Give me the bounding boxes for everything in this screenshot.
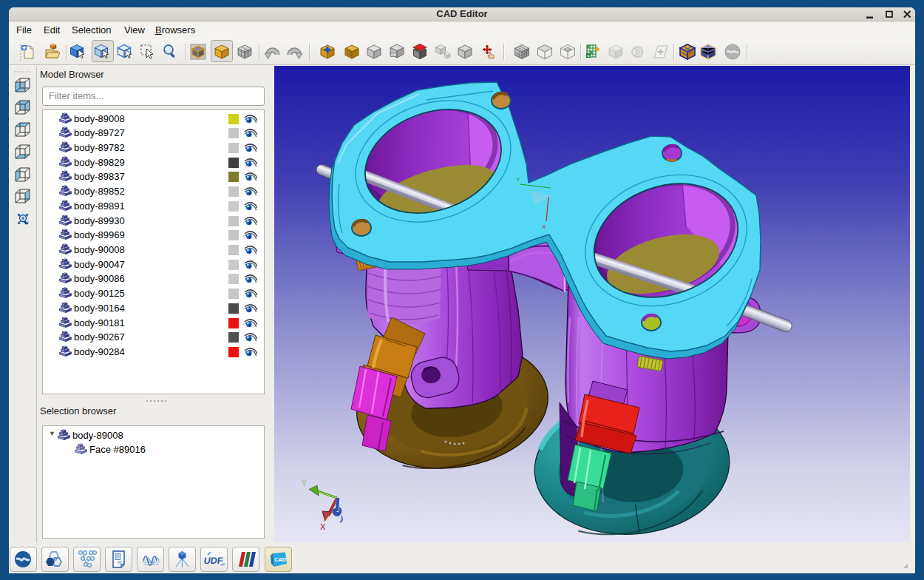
svg-text:Y: Y [516,176,520,183]
svg-text:X: X [320,522,326,531]
svg-text:Y: Y [302,479,307,488]
svg-text:X: X [542,223,546,230]
svg-text:UDF: UDF [204,556,224,566]
svg-text:CAD: CAD [274,556,287,563]
